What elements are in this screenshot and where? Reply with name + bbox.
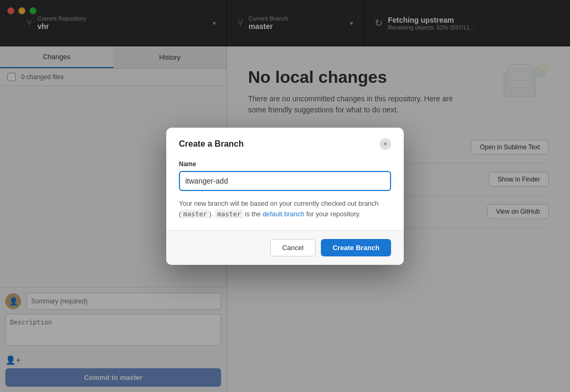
name-field-label: Name: [179, 160, 391, 168]
create-branch-button[interactable]: Create Branch: [321, 239, 391, 256]
branch-code-1: master: [181, 209, 209, 218]
branch-name-input[interactable]: [179, 171, 391, 191]
dialog-title: Create a Branch: [179, 139, 244, 149]
cancel-button[interactable]: Cancel: [270, 239, 316, 256]
modal-overlay: Create a Branch × Name Your new branch w…: [0, 0, 570, 392]
default-branch-link[interactable]: default branch: [262, 211, 304, 218]
branch-code-2: master: [215, 209, 243, 218]
dialog-header: Create a Branch ×: [166, 128, 404, 150]
dialog-body: Name Your new branch will be based on yo…: [166, 150, 404, 230]
branch-info-text: Your new branch will be based on your cu…: [179, 198, 391, 219]
create-branch-dialog: Create a Branch × Name Your new branch w…: [166, 128, 404, 265]
dialog-footer: Cancel Create Branch: [166, 230, 404, 265]
dialog-close-button[interactable]: ×: [379, 138, 391, 150]
